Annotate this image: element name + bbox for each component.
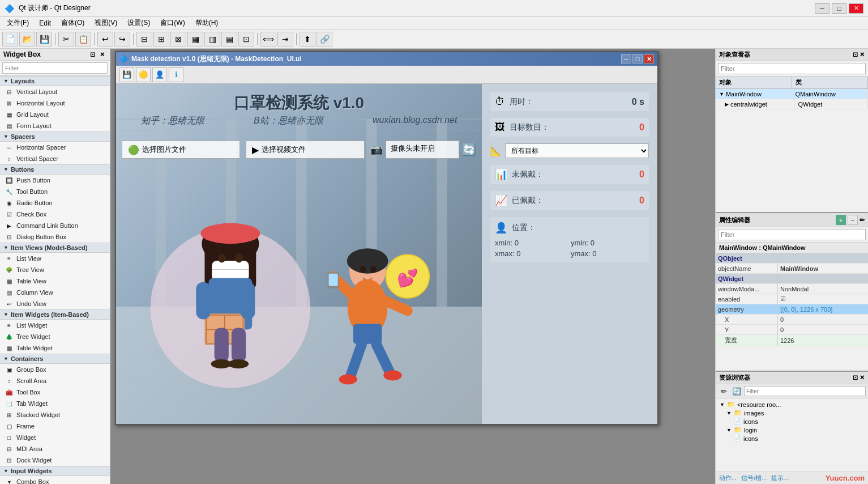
designer-minimize-btn[interactable]: ─ — [621, 54, 631, 63]
menu-settings[interactable]: 设置(S) — [123, 17, 155, 29]
select-image-btn[interactable]: 🟢 选择图片文件 — [122, 141, 240, 159]
wb-section-spacers[interactable]: Spacers — [0, 131, 110, 142]
res-item-icons1[interactable]: 📄 icons — [717, 417, 866, 426]
obj-row-central[interactable]: ▶ centralwidget QWidget — [716, 99, 868, 109]
menu-window[interactable]: 窗体(O) — [57, 17, 89, 29]
wb-item-dialog-button-box[interactable]: ⊡ Dialog Button Box — [0, 231, 110, 243]
wb-item-check-box[interactable]: ☑ Check Box — [0, 209, 110, 220]
wb-item-scroll-area[interactable]: ↕ Scroll Area — [0, 375, 110, 387]
wb-section-item-widgets[interactable]: Item Widgets (Item-Based) — [0, 309, 110, 320]
menu-edit[interactable]: Edit — [35, 18, 55, 28]
wb-item-mdi-area[interactable]: ⊟ MDI Area — [0, 443, 110, 455]
object-inspector-filter-input[interactable] — [718, 63, 866, 74]
prop-y-row[interactable]: Y 0 — [716, 325, 868, 335]
toolbar-layout4[interactable]: ▦ — [187, 32, 203, 46]
prop-windowmode-row[interactable]: windowModa... NonModal — [716, 284, 868, 294]
res-browser-float-btn[interactable]: ⊡ — [853, 374, 858, 381]
prop-geometry-row[interactable]: geometry [(0, 0), 1226 x 700] — [716, 304, 868, 315]
prop-filter-input[interactable] — [718, 229, 866, 240]
widget-box-filter-input[interactable] — [2, 62, 108, 74]
action-hints[interactable]: 提示... — [771, 474, 789, 482]
close-button[interactable]: ✕ — [849, 3, 863, 14]
toolbar-redo[interactable]: ↪ — [114, 32, 130, 46]
wb-item-table-widget[interactable]: ▦ Table Widget — [0, 342, 110, 354]
maximize-button[interactable]: □ — [832, 3, 846, 14]
prop-remove-btn[interactable]: − — [848, 215, 858, 225]
refresh-icon[interactable]: 🔄 — [462, 143, 476, 156]
wb-item-list-widget[interactable]: ≡ List Widget — [0, 320, 110, 331]
wb-item-tree-widget[interactable]: 🌲 Tree Widget — [0, 331, 110, 342]
prop-x-row[interactable]: X 0 — [716, 315, 868, 325]
wb-item-dock-widget[interactable]: ⊡ Dock Widget — [0, 455, 110, 466]
wb-item-horizontal-spacer[interactable]: ↔ Horizontal Spacer — [0, 142, 110, 153]
wb-section-item-views[interactable]: Item Views (Model-Based) — [0, 243, 110, 253]
action-signals[interactable]: 信号/槽... — [741, 474, 767, 482]
wb-item-vertical-layout[interactable]: ⊟ Vertical Layout — [0, 86, 110, 97]
wb-section-input-widgets[interactable]: Input Widgets — [0, 466, 110, 476]
prop-objectname-row[interactable]: objectName MainWindow — [716, 264, 868, 274]
toolbar-break[interactable]: ⊡ — [238, 32, 254, 46]
toolbar-save[interactable]: 💾 — [36, 32, 52, 46]
wb-item-push-button[interactable]: 🔲 Push Button — [0, 175, 110, 186]
toolbar-open[interactable]: 📂 — [19, 32, 35, 46]
wb-item-column-view[interactable]: ▥ Column View — [0, 287, 110, 298]
designer-close-btn[interactable]: ✕ — [644, 54, 654, 63]
obj-inspector-float-btn[interactable]: ⊡ — [853, 51, 858, 58]
obj-row-mainwindow[interactable]: ▼ MainWindow QMainWindow — [716, 89, 868, 99]
menu-wnd[interactable]: 窗口(W) — [156, 17, 189, 29]
prop-editor-close-btn[interactable]: ✏ — [860, 216, 865, 224]
designer-maximize-btn[interactable]: □ — [632, 54, 643, 63]
wb-item-vertical-spacer[interactable]: ↕ Vertical Spacer — [0, 153, 110, 164]
toolbar-pointer[interactable]: ⬆ — [300, 32, 315, 46]
toolbar-connect[interactable]: 🔗 — [317, 32, 332, 46]
wb-item-table-view[interactable]: ▦ Table View — [0, 275, 110, 287]
res-edit-btn[interactable]: ✏ — [718, 385, 729, 397]
select-video-btn[interactable]: ▶ 选择视频文件 — [246, 141, 364, 159]
wb-item-horizontal-layout[interactable]: ⊠ Horizontal Layout — [0, 97, 110, 109]
wb-item-tree-view[interactable]: 🌳 Tree View — [0, 264, 110, 275]
wb-item-tool-button[interactable]: 🔧 Tool Button — [0, 186, 110, 197]
prop-add-btn[interactable]: + — [836, 215, 846, 225]
res-item-login[interactable]: ▼ 📁 login — [717, 426, 866, 434]
menu-help[interactable]: 帮助(H) — [191, 17, 223, 29]
toolbar-layout1[interactable]: ⊟ — [136, 32, 152, 46]
toolbar-layout2[interactable]: ⊞ — [153, 32, 169, 46]
wb-section-containers[interactable]: Containers — [0, 354, 110, 364]
toolbar-layout3[interactable]: ⊠ — [170, 32, 186, 46]
toolbar-new[interactable]: 📄 — [2, 32, 18, 46]
obj-inspector-close-btn[interactable]: ✕ — [860, 51, 865, 58]
wb-item-grid-layout[interactable]: ▦ Grid Layout — [0, 109, 110, 120]
res-item-root[interactable]: ▼ 📁 <resource roo... — [717, 400, 866, 409]
app-tool-save[interactable]: 💾 — [119, 67, 134, 82]
toolbar-adjust[interactable]: ⟺ — [260, 32, 276, 46]
wb-item-group-box[interactable]: ▣ Group Box — [0, 364, 110, 375]
wb-item-frame[interactable]: ▢ Frame — [0, 421, 110, 432]
res-item-icons2[interactable]: 📄 icons — [717, 434, 866, 443]
res-refresh-btn[interactable]: 🔄 — [731, 385, 742, 397]
res-filter-input[interactable] — [744, 386, 866, 396]
wb-item-undo-view[interactable]: ↩ Undo View — [0, 298, 110, 309]
wb-item-widget[interactable]: □ Widget — [0, 432, 110, 443]
app-tool-info[interactable]: ℹ — [169, 67, 183, 82]
wb-section-layouts[interactable]: Layouts — [0, 76, 110, 86]
menu-view[interactable]: 视图(V) — [90, 17, 122, 29]
wb-item-combo-box[interactable]: ▾ Combo Box — [0, 476, 110, 484]
prop-enabled-row[interactable]: enabled ☑ — [716, 294, 868, 304]
wb-item-tool-box[interactable]: 🧰 Tool Box — [0, 387, 110, 398]
toolbar-layout6[interactable]: ▤ — [221, 32, 237, 46]
res-browser-close-btn[interactable]: ✕ — [860, 374, 865, 381]
app-tool-user[interactable]: 👤 — [152, 67, 167, 82]
toolbar-tab[interactable]: ⇥ — [277, 32, 293, 46]
prop-width-row[interactable]: 宽度 1226 — [716, 335, 868, 346]
minimize-button[interactable]: ─ — [815, 3, 829, 14]
wb-item-radio-button[interactable]: ◉ Radio Button — [0, 197, 110, 209]
action-actions[interactable]: 动作... — [719, 474, 737, 482]
wb-item-form-layout[interactable]: ▤ Form Layout — [0, 120, 110, 131]
target-dropdown[interactable]: 所有目标 — [505, 143, 649, 158]
widget-box-float-btn[interactable]: ⊡ — [88, 51, 97, 58]
toolbar-copy[interactable]: 📋 — [75, 32, 91, 46]
app-tool-open[interactable]: 🟡 — [136, 67, 151, 82]
wb-item-stacked-widget[interactable]: ⊞ Stacked Widget — [0, 409, 110, 421]
wb-item-command-link[interactable]: ▶ Command Link Button — [0, 220, 110, 231]
widget-box-close-btn[interactable]: ✕ — [98, 51, 106, 58]
